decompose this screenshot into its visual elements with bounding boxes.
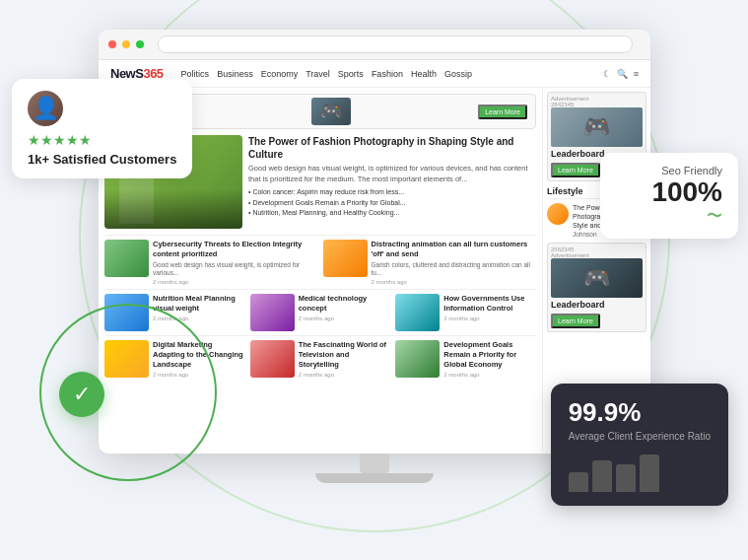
browser-dot-yellow (122, 40, 130, 48)
sidebar-ad-btn-1[interactable]: Learn More (551, 163, 600, 177)
article-date-6: 2 months ago (153, 372, 245, 378)
article-card-8: Development Goals Remain a Priority for … (395, 340, 536, 378)
article-date-5: 2 months ago (443, 315, 536, 321)
sidebar-ad-2: 2562345 Advertisement 🎮 Leaderboard Lear… (547, 243, 646, 332)
nav-economy[interactable]: Economy (261, 69, 299, 79)
article-card-1: Cybersecurity Threats to Election Integr… (104, 240, 318, 285)
articles-row-1: Cybersecurity Threats to Election Integr… (104, 240, 536, 285)
article-title-7: The Fascinating World of Television and … (299, 340, 391, 369)
sidebar-ad-img-1: 🎮 (551, 107, 643, 147)
bar-3 (616, 464, 636, 492)
star-rating: ★★★★★ (28, 132, 176, 148)
moon-icon[interactable]: ☾ (603, 69, 611, 79)
article-info-3: Nutrition Meal Planning visual weight 2 … (153, 294, 245, 321)
article-desc-2: Garish colors, cluttered and distracting… (372, 261, 537, 278)
stats-label: Average Client Experience Ratio (569, 430, 711, 443)
article-card-5: How Governments Use Information Control … (395, 294, 536, 331)
article-info-8: Development Goals Remain a Priority for … (443, 340, 536, 377)
article-date-4: 2 months ago (299, 315, 391, 321)
article-info-6: Digital Marketing Adapting to the Changi… (153, 340, 245, 377)
nav-items: Politics Business Economy Travel Sports … (181, 69, 595, 79)
satisfied-text: 1k+ Satisfied Customers (28, 152, 176, 167)
article-date-2: 2 months ago (372, 279, 537, 285)
article-title-6: Digital Marketing Adapting to the Changi… (153, 340, 245, 369)
article-card-7: The Fascinating World of Television and … (250, 340, 391, 378)
browser-dot-green (136, 40, 144, 48)
seo-wave-icon: 〜 (616, 206, 722, 227)
divider-1 (104, 235, 536, 236)
article-thumb-6 (104, 340, 149, 378)
seo-percent: 100% (616, 178, 722, 206)
bullet-1: Colon cancer: Aspirin may reduce risk fr… (248, 187, 536, 198)
article-info-1: Cybersecurity Threats to Election Integr… (153, 240, 318, 285)
article-thumb-3 (104, 294, 149, 331)
article-thumb-5 (395, 294, 440, 331)
satisfied-count: 1k+ (28, 152, 49, 167)
article-card-6: Digital Marketing Adapting to the Changi… (104, 340, 245, 378)
article-thumb-7 (250, 340, 295, 378)
nav-sports[interactable]: Sports (338, 69, 364, 79)
nav-business[interactable]: Business (217, 69, 253, 79)
card-stats: 99.9% Average Client Experience Ratio (551, 384, 728, 506)
articles-row-2: Nutrition Meal Planning visual weight 2 … (104, 294, 536, 331)
featured-desc: Good web design has visual weight, is op… (248, 164, 536, 184)
article-card-4: Medical technology concept 2 months ago (250, 294, 391, 331)
nav-travel[interactable]: Travel (306, 69, 330, 79)
bar-1 (569, 472, 588, 492)
browser-bar (99, 30, 650, 60)
nav-gossip[interactable]: Gossip (444, 69, 472, 79)
customer-avatar: 👤 (28, 91, 63, 126)
article-thumb-1 (104, 240, 149, 277)
bar-2 (592, 460, 612, 492)
shield-icon: ✓ (73, 382, 91, 407)
sidebar-ad-img-2: 🎮 (551, 258, 643, 298)
article-info-2: Distracting animation can all turn custo… (372, 240, 537, 285)
card-seo: Seo Friendly 100% 〜 (600, 153, 738, 239)
article-card-3: Nutrition Meal Planning visual weight 2 … (104, 294, 245, 331)
bar-4 (640, 455, 659, 492)
article-date-3: 2 months ago (153, 315, 245, 321)
lifestyle-avatar (547, 203, 569, 225)
shield-badge: ✓ (59, 372, 104, 417)
article-desc-1: Good web design has visual weight, is op… (153, 261, 318, 278)
stand-neck (360, 454, 389, 473)
article-info-5: How Governments Use Information Control … (443, 294, 536, 321)
bar-chart (569, 453, 711, 492)
divider-3 (104, 335, 536, 336)
article-info-4: Medical technology concept 2 months ago (299, 294, 391, 321)
article-thumb-4 (250, 294, 295, 331)
nav-health[interactable]: Health (411, 69, 437, 79)
article-info-7: The Fascinating World of Television and … (299, 340, 391, 377)
featured-title: The Power of Fashion Photography in Shap… (248, 135, 536, 161)
article-title-8: Development Goals Remain a Priority for … (443, 340, 536, 369)
article-title-1: Cybersecurity Threats to Election Integr… (153, 240, 318, 259)
nav-icons: ☾ 🔍 ≡ (603, 69, 639, 79)
browser-dot-red (108, 40, 116, 48)
ad-image: 🎮 (311, 98, 351, 125)
bullet-3: Nutrition, Meal Planning, and Healthy Co… (248, 208, 536, 219)
article-title-4: Medical technology concept (299, 294, 391, 314)
article-card-2: Distracting animation can all turn custo… (323, 240, 537, 285)
nav-politics[interactable]: Politics (181, 69, 210, 79)
stats-percent: 99.9% (569, 397, 711, 428)
card-satisfied: 👤 ★★★★★ 1k+ Satisfied Customers (12, 79, 192, 178)
article-thumb-8 (395, 340, 440, 378)
article-date-7: 2 months ago (299, 372, 391, 378)
nav-fashion[interactable]: Fashion (372, 69, 403, 79)
article-title-2: Distracting animation can all turn custo… (372, 240, 537, 259)
featured-text: The Power of Fashion Photography in Shap… (248, 135, 536, 229)
divider-2 (104, 289, 536, 290)
menu-icon[interactable]: ≡ (634, 69, 639, 79)
satisfied-label: Satisfied Customers (53, 152, 177, 167)
search-icon[interactable]: 🔍 (617, 69, 628, 79)
browser-url-bar (158, 35, 633, 53)
featured-img-overlay (104, 189, 242, 229)
article-title-3: Nutrition Meal Planning visual weight (153, 294, 245, 314)
article-thumb-2 (323, 240, 368, 277)
bullet-2: Development Goals Remain a Priority for … (248, 198, 536, 209)
article-date-8: 2 months ago (443, 372, 536, 378)
sidebar-ad-btn-2[interactable]: Learn More (551, 314, 600, 328)
article-date-1: 2 months ago (153, 279, 318, 285)
article-title-5: How Governments Use Information Control (443, 294, 536, 314)
ad-learn-more-button[interactable]: Learn More (478, 105, 527, 119)
